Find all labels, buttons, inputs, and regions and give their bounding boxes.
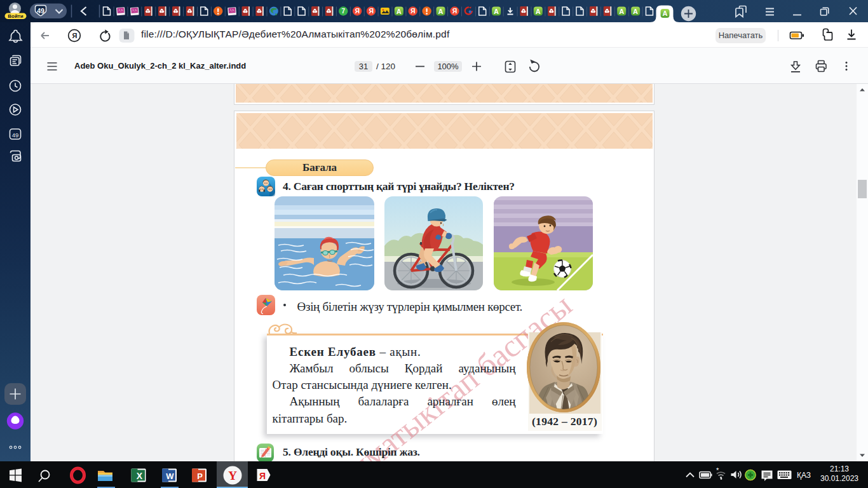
svg-text:Я: Я bbox=[259, 471, 266, 481]
svg-text:Я: Я bbox=[72, 32, 77, 39]
svg-text:*: * bbox=[716, 466, 719, 474]
svg-text:Войти: Войти bbox=[8, 13, 24, 19]
svg-text:49: 49 bbox=[12, 132, 19, 139]
svg-text:P: P bbox=[197, 471, 203, 481]
svg-text:Y: Y bbox=[228, 469, 237, 482]
svg-text:W: W bbox=[166, 471, 174, 481]
svg-text:49: 49 bbox=[37, 7, 44, 15]
svg-text:X: X bbox=[137, 471, 143, 481]
